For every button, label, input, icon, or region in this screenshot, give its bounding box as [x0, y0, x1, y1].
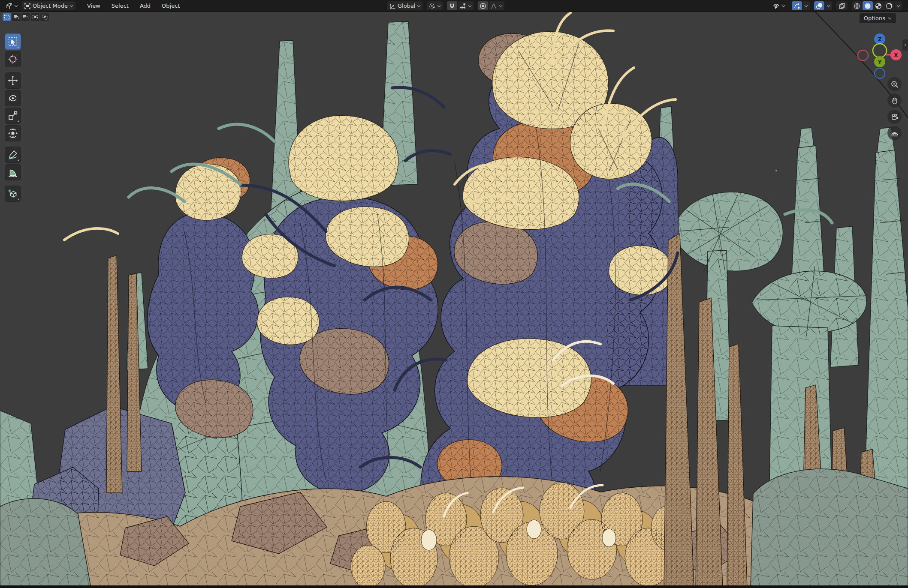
shading-wireframe-button[interactable] [852, 1, 862, 10]
shading-mode-group [852, 1, 902, 10]
menu-select[interactable]: Select [107, 1, 133, 10]
show-overlays-toggle[interactable] [814, 1, 824, 10]
subtool-indicator [17, 159, 19, 161]
transform-orientation-dropdown[interactable]: Global [387, 1, 422, 10]
gizmo-axis-z-negative[interactable] [875, 68, 885, 78]
gizmo-view-ring[interactable] [873, 44, 887, 57]
menu-object[interactable]: Object [157, 1, 184, 10]
select-set-icon [4, 15, 10, 20]
proportional-editing-toggle[interactable] [478, 1, 488, 10]
editor-type-selector[interactable] [3, 1, 20, 10]
chevron-down-icon [499, 5, 503, 7]
tool-annotate[interactable] [5, 147, 21, 163]
options-dropdown[interactable]: Options [860, 13, 896, 23]
object-type-visibility-dropdown[interactable] [771, 1, 787, 10]
toggle-xray-button[interactable] [836, 1, 848, 10]
scale-tool-icon [8, 111, 18, 121]
orientation-axes-icon [389, 3, 396, 9]
shading-solid-button[interactable] [862, 1, 873, 10]
proportional-falloff-dropdown[interactable] [488, 1, 504, 10]
pivot-point-dropdown[interactable] [427, 1, 443, 10]
tool-scale[interactable] [5, 108, 21, 124]
pivot-median-point-icon [428, 3, 435, 9]
subtool-indicator [17, 46, 19, 48]
gizmo-z-label: Z [878, 36, 882, 42]
pan-button[interactable] [887, 93, 902, 108]
rotate-tool-icon [8, 93, 18, 103]
viewport-header: Object Mode View Select Add Object Globa… [0, 0, 908, 12]
tool-measure[interactable] [5, 164, 21, 180]
overlays-settings-dropdown[interactable] [824, 1, 832, 10]
measure-tool-icon [8, 167, 18, 177]
menu-view[interactable]: View [82, 1, 105, 10]
gizmo-y-label: Y [878, 59, 882, 65]
mode-dropdown[interactable]: Object Mode [22, 1, 75, 10]
shading-settings-dropdown[interactable] [894, 1, 902, 10]
chevron-down-icon [69, 5, 73, 7]
viewport-scene[interactable] [0, 0, 908, 588]
subtool-indicator [17, 198, 19, 200]
magnet-icon [449, 3, 456, 9]
select-mode-invert[interactable] [31, 13, 39, 21]
visibility-eye-cursor-icon [773, 3, 780, 9]
wireframe-shading-icon [854, 3, 860, 9]
chevron-down-icon [804, 5, 808, 7]
shading-material-button[interactable] [873, 1, 884, 10]
chevron-down-icon [437, 5, 441, 7]
select-invert-icon [32, 15, 38, 20]
gizmo-x-label: X [894, 52, 898, 58]
stray-vertex-dot [775, 170, 777, 171]
collapse-arrow-glyph: ‹ [904, 42, 906, 48]
show-gizmo-toggle[interactable] [792, 1, 802, 10]
select-mode-intersect[interactable] [40, 13, 49, 21]
camera-icon [891, 113, 899, 121]
tool-move[interactable] [5, 72, 21, 89]
move-tool-icon [8, 75, 18, 86]
tool-cursor[interactable] [5, 51, 21, 67]
tool-add-cube[interactable] [5, 186, 21, 202]
snap-settings-dropdown[interactable] [457, 1, 474, 10]
3d-viewport-editor-icon [6, 3, 12, 9]
annotate-pencil-icon [8, 150, 18, 160]
zoom-button[interactable] [887, 77, 902, 91]
select-mode-extend[interactable] [12, 13, 21, 21]
chevron-down-icon [417, 5, 421, 7]
menu-add[interactable]: Add [135, 1, 155, 10]
subtool-indicator [17, 120, 19, 122]
tool-select-box[interactable] [5, 33, 21, 50]
viewport-bottom-edge [0, 585, 908, 588]
cursor-tool-icon [8, 54, 18, 64]
tool-transform[interactable] [5, 125, 21, 141]
select-mode-subtract[interactable] [21, 13, 30, 21]
select-mode-set[interactable] [3, 13, 11, 21]
chevron-down-icon [14, 5, 18, 7]
select-extend-icon [13, 15, 19, 20]
xray-squares-icon [839, 3, 845, 9]
falloff-curve-icon [490, 3, 497, 9]
camera-view-button[interactable] [887, 110, 902, 124]
shading-rendered-button[interactable] [884, 1, 894, 10]
sidebar-collapse-arrow[interactable]: ‹ [902, 39, 908, 51]
transform-tool-icon [8, 128, 18, 138]
overlays-circles-icon [816, 3, 823, 9]
mode-label: Object Mode [33, 1, 68, 10]
options-label: Options [864, 15, 885, 21]
chevron-down-icon [896, 5, 900, 7]
gizmo-axis-x-negative[interactable] [858, 50, 868, 60]
chevron-down-icon [827, 5, 830, 7]
chevron-down-icon [888, 17, 892, 20]
select-intersect-icon [42, 15, 48, 20]
rendered-shading-icon [886, 3, 893, 9]
tool-rotate[interactable] [5, 90, 21, 106]
gizmo-arc-icon [793, 3, 800, 9]
snap-increment-icon [459, 3, 466, 9]
add-cube-icon [8, 189, 18, 199]
hand-pan-icon [891, 97, 899, 105]
toggle-orthographic-button[interactable] [887, 126, 902, 140]
navigation-gizmo[interactable]: Z X Y [853, 25, 907, 79]
snap-toggle-button[interactable] [447, 1, 457, 10]
gizmo-settings-dropdown[interactable] [802, 1, 810, 10]
chevron-down-icon [781, 5, 785, 7]
select-subtract-icon [23, 15, 29, 20]
object-mode-icon [24, 3, 31, 9]
